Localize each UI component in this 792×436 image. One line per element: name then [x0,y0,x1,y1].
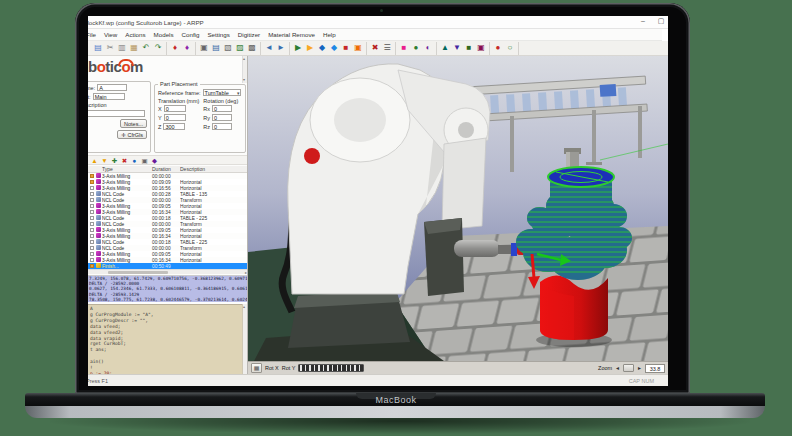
menu-item-actions[interactable]: Actions [121,31,149,38]
save-icon[interactable]: ▤ [92,42,104,54]
half-icon[interactable]: ◐ [422,42,434,54]
table-row[interactable]: 3-Axis Milling00:16:34Horizontal [88,257,248,263]
step-fwd-icon[interactable]: ◆ [316,42,328,54]
scroll-down-icon[interactable]: ▾ [243,77,245,82]
row-checkbox[interactable] [90,204,94,208]
delete-icon[interactable]: ✖ [369,42,381,54]
grid-toggle-button[interactable]: ▦ [251,363,262,373]
step-back-icon[interactable]: ◆ [328,42,340,54]
table-hscroll-thumb[interactable] [108,271,168,274]
row-checkbox[interactable] [90,192,94,196]
row-checkbox[interactable] [90,264,94,268]
menu-item-models[interactable]: Models [150,31,178,38]
row-checkbox[interactable] [90,234,94,238]
op-grid-icon[interactable]: ▣ [140,156,149,165]
move-up-icon[interactable]: ▲ [90,156,99,165]
view-frame-icon[interactable]: ▣ [198,42,210,54]
stop-icon[interactable]: ■ [340,42,352,54]
name-field[interactable]: A [97,84,127,91]
target-icon[interactable]: ○ [504,42,516,54]
table-row[interactable]: NCL Code00:00:18TABLE - 225 [88,239,248,245]
table-hscrollbar[interactable]: ▸ [88,269,248,274]
maximize-button[interactable]: ▢ [656,17,666,25]
list-icon[interactable]: ☰ [381,42,393,54]
move-down-icon[interactable]: ▼ [100,156,109,165]
ry-field[interactable]: 0 [212,114,232,121]
view-solid-icon[interactable]: ▩ [246,42,258,54]
z-field[interactable]: 300 [163,123,185,130]
table-row[interactable]: NCL Code00:00:00Transform [88,197,248,203]
undo-icon[interactable]: ↶ [140,42,152,54]
description-field[interactable] [88,110,145,117]
reference-frame-select[interactable]: TurnTable [203,89,241,96]
jog-right-icon[interactable]: ► [275,42,287,54]
op-info-icon[interactable]: ● [130,156,139,165]
part-icon[interactable]: ■ [398,42,410,54]
part-field[interactable]: Main [93,93,125,100]
menu-item-help[interactable]: Help [319,31,340,38]
view-grid-icon[interactable]: ▤ [210,42,222,54]
row-checkbox[interactable] [90,246,94,250]
raise-icon[interactable]: ▲ [439,42,451,54]
title-bar[interactable]: blockKf.wp (config Scultorob Large) - AR… [88,16,668,29]
menu-item-config[interactable]: Config [178,31,204,38]
redo-icon[interactable]: ↷ [152,42,164,54]
add-op-icon[interactable]: ✚ [110,156,119,165]
row-checkbox[interactable] [90,258,94,262]
3d-viewport[interactable] [248,56,668,361]
code-vscrollbar[interactable]: ▴ ▾ [242,304,247,374]
op-gem-icon[interactable]: ◆ [150,156,159,165]
table-row[interactable]: 3-Axis Milling00:09:05Horizontal [88,203,248,209]
code-editor[interactable]: Ag CurProgModule := "A",g CurProgDescr :… [88,304,248,374]
table-row[interactable]: NCL Code00:00:00Transform [88,221,248,227]
view-layers-icon[interactable]: ▧ [222,42,234,54]
rotation-slider[interactable] [298,364,364,372]
zoom-in-arrow[interactable]: ► [637,365,642,371]
run-fast-icon[interactable]: ▶ [304,42,316,54]
row-checkbox[interactable] [90,240,94,244]
zoom-value[interactable]: 33.8 [645,364,665,373]
run-icon[interactable]: ▶ [292,42,304,54]
lower-icon[interactable]: ▼ [451,42,463,54]
probe-violet-icon[interactable]: ♦ [181,42,193,54]
table-row[interactable]: NCL Code00:00:00Transform [88,245,248,251]
stock-icon[interactable]: ■ [463,42,475,54]
row-checkbox[interactable] [90,222,94,226]
y-field[interactable]: 0 [164,114,186,121]
table-row[interactable]: NCL Code00:00:28TABLE - 135 [88,191,248,197]
row-checkbox[interactable] [90,252,94,256]
pause-icon[interactable]: ▣ [352,42,364,54]
row-checkbox[interactable] [90,216,94,220]
sphere-icon[interactable]: ● [410,42,422,54]
zoom-out-arrow[interactable]: ◄ [615,365,620,371]
cut-icon[interactable]: ✂ [104,42,116,54]
table-row[interactable]: 3-Axis Milling00:16:34Horizontal [88,233,248,239]
minimize-button[interactable]: – [638,17,648,25]
cfrgls-button[interactable]: ✛ CfrGls [117,130,147,139]
remove-op-icon[interactable]: ✖ [120,156,129,165]
rx-field[interactable]: 0 [212,105,232,112]
row-checkbox[interactable] [90,210,94,214]
view-cells-icon[interactable]: ▨ [234,42,246,54]
table-row[interactable]: 3-Axis Milling00:16:34Horizontal [88,209,248,215]
row-checkbox[interactable] [90,174,94,178]
menu-item-settings[interactable]: Settings [203,31,233,38]
table-row[interactable]: 3-Axis Milling00:09:09Horizontal [88,179,248,185]
notes-button[interactable]: Notes... [120,119,147,128]
scroll-up-icon[interactable]: ▴ [243,304,245,309]
probe-red-icon[interactable]: ♦ [169,42,181,54]
table-row[interactable]: NCL Code00:00:18TABLE - 225 [88,215,248,221]
table-row[interactable]: 3-Axis Milling00:09:05Horizontal [88,227,248,233]
menu-item-view[interactable]: View [100,31,121,38]
menu-item-material-remove[interactable]: Material Remove [264,31,319,38]
row-checkbox[interactable] [90,228,94,232]
zoom-slider-thumb[interactable] [623,364,634,372]
coords-vscrollbar[interactable]: ▴ ▾ [242,56,247,83]
fixture-icon[interactable]: ▣ [475,42,487,54]
menu-item-digitizer[interactable]: Digitizer [234,31,264,38]
row-checkbox[interactable] [90,180,94,184]
menu-item-file[interactable]: File [88,31,100,38]
row-checkbox[interactable] [90,186,94,190]
row-checkbox[interactable] [90,198,94,202]
table-row[interactable]: 3-Axis Milling00:16:56Horizontal [88,185,248,191]
